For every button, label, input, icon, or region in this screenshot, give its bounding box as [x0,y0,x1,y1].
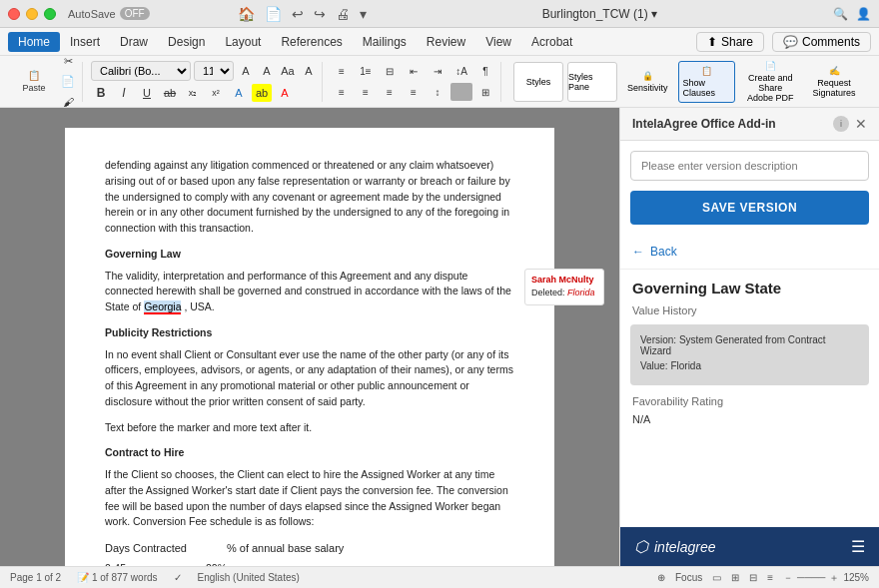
cut-button[interactable]: ✂ [58,53,78,71]
menu-layout[interactable]: Layout [215,32,271,52]
range-label: 0-45 [105,561,126,567]
document-page: defending against any litigation commenc… [65,128,554,566]
autosave-toggle[interactable]: OFF [120,7,150,20]
search-icon[interactable]: 🔍 [833,7,848,21]
clear-format-button[interactable]: A [300,62,318,80]
paste-button[interactable]: 📋 Paste [12,62,56,102]
increase-font-button[interactable]: A [237,62,255,80]
subscript-button[interactable]: x₂ [183,84,203,102]
highlight-button[interactable]: ab [252,84,272,102]
version-description-input[interactable] [630,151,869,181]
favorability-label: Favorability Rating [632,395,867,407]
decrease-font-button[interactable]: A [258,62,276,80]
menu-references[interactable]: References [271,32,352,52]
italic-button[interactable]: I [114,84,134,102]
text-color-button[interactable]: A [275,84,295,102]
panel-footer: ⬡ intelagree ☰ [620,527,879,566]
back-button[interactable]: ← Back [620,235,879,270]
zoom-control[interactable]: － ──── ＋ 125% [783,571,869,585]
view-icon-3[interactable]: ⊟ [749,572,757,583]
align-left-button[interactable]: ≡ [331,83,353,101]
zoom-out-icon[interactable]: － [783,571,793,585]
more-icon[interactable]: ▾ [360,6,367,22]
document-area: defending against any litigation commenc… [0,108,619,566]
menu-acrobat[interactable]: Acrobat [521,32,582,52]
version-row: Version: System Generated from Contract … [640,334,859,356]
copy-button[interactable]: 📄 [58,73,78,91]
show-hide-button[interactable]: ¶ [474,62,496,80]
focus-label[interactable]: Focus [675,572,702,583]
info-icon[interactable]: i [833,116,849,132]
numbering-button[interactable]: 1≡ [355,62,377,80]
contract-hire-text: If the Client so chooses, the Client can… [105,467,514,530]
word-count: 📝 1 of 877 words [77,572,157,583]
borders-button[interactable]: ⊞ [474,83,496,101]
window-controls[interactable] [8,8,56,20]
change-case-button[interactable]: Aa [279,62,297,80]
shading-button[interactable] [450,83,472,101]
zoom-slider[interactable]: ──── [797,572,825,583]
bold-button[interactable]: B [91,84,111,102]
language: English (United States) [198,572,300,583]
create-share-button[interactable]: 📄 Create and Share Adobe PDF [741,57,799,107]
focus-icon[interactable]: ⊕ [657,572,665,583]
menu-view[interactable]: View [475,32,521,52]
home-icon[interactable]: 🏠 [238,6,255,22]
footer-menu-icon[interactable]: ☰ [851,537,865,556]
align-right-button[interactable]: ≡ [379,83,401,101]
menu-design[interactable]: Design [158,32,215,52]
value-row: Value: Florida [640,360,859,371]
view-icon-2[interactable]: ⊞ [731,572,739,583]
governing-law-heading: Governing Law [105,247,514,263]
days-contracted-label: Days Contracted [105,540,187,557]
menu-draw[interactable]: Draw [110,32,158,52]
sort-button[interactable]: ↕A [450,62,472,80]
governing-law-text: The validity, interpretation and perform… [105,269,514,315]
save-version-button[interactable]: SAVE VERSION [630,191,869,225]
bullets-button[interactable]: ≡ [331,62,353,80]
multilevel-button[interactable]: ⊟ [379,62,401,80]
view-icon-4[interactable]: ≡ [767,572,773,583]
justify-button[interactable]: ≡ [403,83,425,101]
minimize-button[interactable] [26,8,38,20]
underline-button[interactable]: U [137,84,157,102]
font-color-button[interactable]: A [229,84,249,102]
view-icon-1[interactable]: ▭ [712,572,721,583]
maximize-button[interactable] [44,8,56,20]
salary-label: % of annual base salary [227,540,344,557]
align-center-button[interactable]: ≡ [355,83,377,101]
menu-mailings[interactable]: Mailings [353,32,417,52]
request-signatures-button[interactable]: ✍ Request Signatures [805,62,863,102]
panel-section-title: Governing Law State [620,270,879,300]
zoom-level: 125% [843,572,869,583]
redo-icon[interactable]: ↪ [314,6,326,22]
superscript-button[interactable]: x² [206,84,226,102]
menu-insert[interactable]: Insert [60,32,110,52]
increase-indent-button[interactable]: ⇥ [427,62,448,80]
zoom-in-icon[interactable]: ＋ [829,571,839,585]
title-search[interactable]: 🔍 👤 [833,7,871,21]
track-changes-icon: ✓ [174,572,182,583]
show-clauses-button[interactable]: 📋 Show Clauses [678,61,736,103]
comments-icon: 💬 [783,35,798,49]
share-button[interactable]: ⬆ Share [696,32,764,52]
line-spacing-button[interactable]: ↕ [427,83,448,101]
font-name-select[interactable]: Calibri (Bo... [91,61,191,81]
insert-icon[interactable]: 📄 [265,6,282,22]
strikethrough-button[interactable]: ab [160,84,180,102]
user-icon[interactable]: 👤 [856,7,871,21]
menu-home[interactable]: Home [8,32,60,52]
comment-bubble: Sarah McNulty Deleted: Florida [524,269,604,305]
status-bar: Page 1 of 2 📝 1 of 877 words ✓ English (… [0,566,879,588]
panel-close-button[interactable]: ✕ [855,116,867,132]
menu-review[interactable]: Review [417,32,475,52]
comments-button[interactable]: 💬 Comments [772,32,871,52]
close-button[interactable] [8,8,20,20]
font-size-select[interactable]: 11 [194,61,234,81]
styles-button[interactable]: Styles [513,62,563,102]
styles-pane-button[interactable]: Styles Pane [567,62,617,102]
undo-icon[interactable]: ↩ [292,6,304,22]
sensitivity-button[interactable]: 🔒 Sensitivity [623,67,672,97]
print-icon[interactable]: 🖨 [336,6,350,22]
decrease-indent-button[interactable]: ⇤ [403,62,425,80]
